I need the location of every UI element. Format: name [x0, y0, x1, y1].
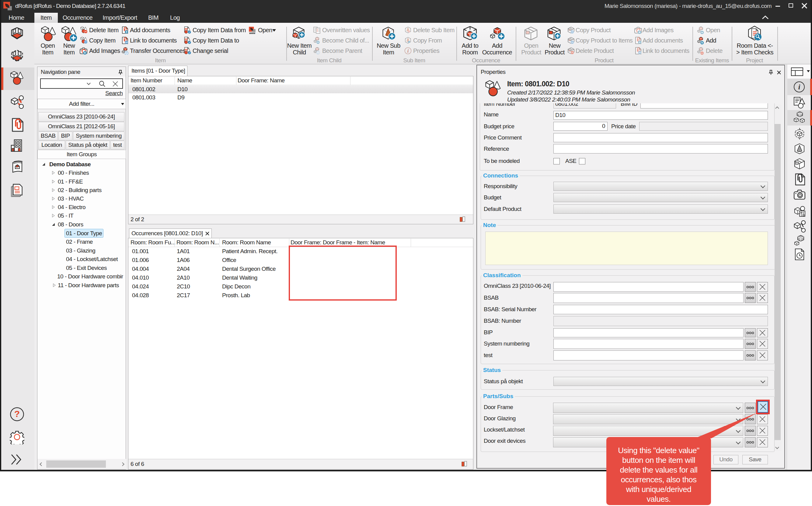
svg-text:i: i [798, 83, 800, 91]
svg-text:?: ? [14, 409, 20, 419]
svg-text:i: i [407, 48, 409, 54]
svg-text:www: www [249, 31, 255, 34]
